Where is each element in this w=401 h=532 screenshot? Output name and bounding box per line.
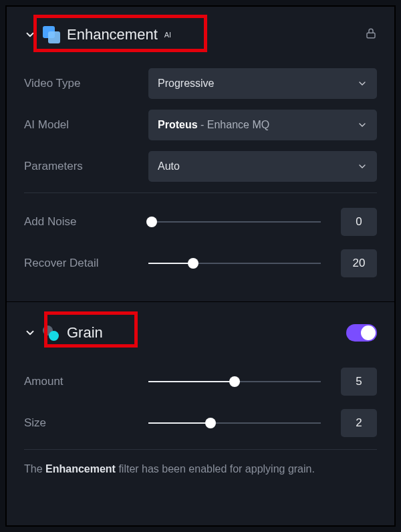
size-value[interactable]: 2: [341, 409, 377, 437]
collapse-enhancement-chevron[interactable]: [24, 29, 36, 41]
grain-title: Grain: [67, 324, 103, 342]
ai-model-value: Proteus - Enhance MQ: [158, 119, 269, 131]
ai-model-label: AI Model: [24, 118, 138, 132]
collapse-grain-chevron[interactable]: [24, 327, 36, 339]
enhancement-icon: [43, 26, 60, 43]
size-slider[interactable]: [148, 414, 321, 432]
chevron-down-icon: [357, 120, 368, 130]
lock-icon[interactable]: [365, 27, 377, 42]
video-type-label: Video Type: [24, 77, 138, 90]
add-noise-value[interactable]: 0: [341, 208, 377, 236]
grain-icon: [43, 324, 60, 342]
video-type-value: Progressive: [158, 78, 214, 90]
add-noise-slider[interactable]: [148, 213, 321, 231]
recover-detail-value[interactable]: 20: [341, 249, 377, 277]
video-type-select[interactable]: Progressive: [148, 68, 377, 99]
parameters-select[interactable]: Auto: [148, 151, 377, 182]
size-label: Size: [24, 416, 138, 430]
amount-label: Amount: [24, 375, 138, 388]
amount-value[interactable]: 5: [341, 368, 377, 396]
enhancement-title: EnhancementAI: [67, 26, 171, 43]
recover-detail-label: Recover Detail: [24, 257, 138, 270]
svg-rect-0: [367, 33, 375, 38]
chevron-down-icon: [357, 161, 368, 172]
parameters-label: Parameters: [24, 160, 138, 173]
ai-model-select[interactable]: Proteus - Enhance MQ: [148, 110, 377, 140]
recover-detail-slider[interactable]: [148, 254, 321, 273]
divider: [24, 449, 377, 450]
divider: [24, 192, 377, 193]
add-noise-label: Add Noise: [24, 215, 138, 229]
amount-slider[interactable]: [148, 372, 321, 391]
chevron-down-icon: [357, 78, 368, 89]
grain-toggle[interactable]: [346, 324, 377, 342]
parameters-value: Auto: [158, 160, 180, 172]
footer-text: The Enhancement filter has been enabled …: [24, 463, 377, 475]
